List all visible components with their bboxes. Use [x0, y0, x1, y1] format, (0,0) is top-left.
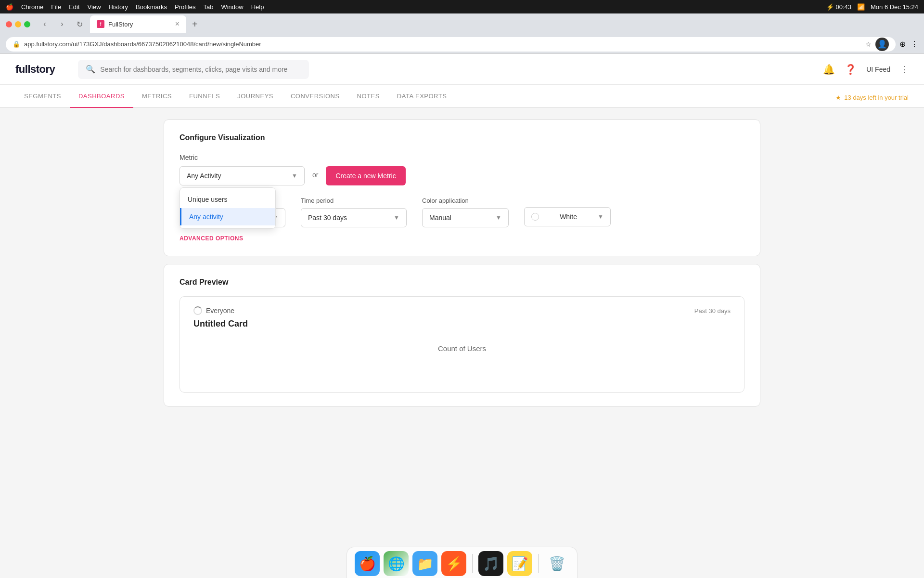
address-bar-right-icons: ⊕ ⋮	[899, 39, 918, 49]
dock-separator-2	[538, 554, 539, 573]
extensions-icon[interactable]: ⊕	[899, 39, 906, 49]
metric-select-chevron-icon: ▼	[292, 172, 297, 179]
nav-journeys[interactable]: JOURNEYS	[229, 85, 282, 108]
menu-help[interactable]: Help	[251, 3, 264, 11]
app-navigation: SEGMENTS DASHBOARDS METRICS FUNNELS JOUR…	[0, 85, 924, 108]
dock-finder-icon[interactable]: 🍎	[355, 551, 380, 576]
time-period-chevron-icon: ▼	[394, 214, 399, 221]
more-options-icon[interactable]: ⋮	[911, 39, 918, 49]
address-bar[interactable]: 🔒 app.fullstory.com/ui/173GXJ/dashboards…	[6, 37, 896, 52]
metric-select[interactable]: Any Activity ▼	[180, 166, 305, 185]
menu-bookmarks[interactable]: Bookmarks	[136, 3, 167, 11]
notifications-icon[interactable]: 🔔	[823, 64, 835, 75]
minimize-window-button[interactable]	[15, 21, 21, 27]
menu-history[interactable]: History	[109, 3, 128, 11]
dock-files-icon[interactable]: 📁	[412, 551, 437, 576]
menu-tab[interactable]: Tab	[203, 3, 213, 11]
refresh-button[interactable]: ↻	[73, 17, 86, 31]
apple-icon[interactable]: 🍎	[6, 3, 13, 11]
trial-badge: ★ 13 days left in your trial	[835, 94, 909, 107]
preview-segment: Everyone	[193, 306, 234, 315]
color-chevron-icon: ▼	[496, 214, 501, 221]
ui-feed-button[interactable]: UI Feed	[866, 66, 890, 73]
new-tab-button[interactable]: +	[192, 19, 198, 30]
nav-metrics[interactable]: METRICS	[133, 85, 180, 108]
time-period-label: Time period	[301, 197, 407, 204]
back-button[interactable]: ‹	[38, 17, 51, 31]
metric-field-label: Metric	[180, 154, 744, 161]
color-application-select[interactable]: Manual ▼	[422, 208, 509, 227]
loading-spinner	[193, 306, 202, 315]
menu-window[interactable]: Window	[221, 3, 243, 11]
nav-conversions[interactable]: CONVERSIONS	[282, 85, 348, 108]
help-icon[interactable]: ❓	[845, 64, 857, 75]
address-text[interactable]: app.fullstory.com/ui/173GXJ/dashboards/6…	[24, 40, 261, 48]
nav-dashboards[interactable]: DASHBOARDS	[70, 85, 133, 108]
bookmark-icon[interactable]: ☆	[865, 40, 872, 48]
search-input[interactable]	[100, 66, 301, 73]
dropdown-item-any-activity[interactable]: Any activity	[180, 208, 275, 225]
browser-tab[interactable]: f FullStory ×	[90, 15, 186, 33]
time-period-select[interactable]: Past 30 days ▼	[301, 208, 407, 227]
preview-date: Past 30 days	[694, 307, 731, 315]
mac-os-bar: 🍎 Chrome File Edit View History Bookmark…	[0, 0, 924, 13]
maximize-window-button[interactable]	[24, 21, 30, 27]
color-swatch-select[interactable]: White ▼	[524, 207, 611, 226]
color-swatch-group: White ▼	[524, 207, 611, 226]
dropdown-item-unique-users[interactable]: Unique users	[180, 191, 275, 208]
nav-data-exports[interactable]: DATA EXPORTS	[388, 85, 456, 108]
close-window-button[interactable]	[6, 21, 12, 27]
battery-icon: ⚡ 00:43	[826, 3, 851, 11]
menu-chrome[interactable]: Chrome	[21, 3, 43, 11]
nav-funnels[interactable]: FUNNELS	[180, 85, 229, 108]
menu-edit[interactable]: Edit	[69, 3, 79, 11]
time-period-value: Past 30 days	[308, 214, 347, 222]
lock-icon: 🔒	[13, 40, 20, 48]
card-preview-title: Card Preview	[180, 278, 744, 287]
incognito-icon: 👤	[875, 38, 889, 51]
chrome-tab-bar: ‹ › ↻ f FullStory × +	[0, 13, 924, 35]
metric-select-wrap: Any Activity ▼ Unique users Any activity	[180, 166, 305, 185]
close-tab-button[interactable]: ×	[175, 20, 180, 28]
dock-chrome-icon[interactable]: 🌐	[384, 551, 409, 576]
time-period-group: Time period Past 30 days ▼	[301, 197, 407, 227]
advanced-options-link[interactable]: ADVANCED OPTIONS	[180, 235, 243, 242]
main-content: Configure Visualization Metric Any Activ…	[144, 108, 780, 418]
create-metric-button[interactable]: Create a new Metric	[326, 166, 405, 185]
app-header: fullstory 🔍 🔔 ❓ UI Feed ⋮	[0, 54, 924, 85]
tab-favicon: f	[97, 20, 104, 28]
dock-trash-icon[interactable]: 🗑️	[544, 551, 569, 576]
mac-menu-bar: 🍎 Chrome File Edit View History Bookmark…	[6, 3, 264, 11]
window-controls[interactable]	[6, 21, 30, 27]
dock-energy-icon[interactable]: ⚡	[441, 551, 466, 576]
star-icon: ★	[835, 94, 841, 101]
card-preview-section: Card Preview Everyone Past 30 days Untit…	[164, 264, 760, 407]
tab-title: FullStory	[108, 21, 133, 28]
menu-profiles[interactable]: Profiles	[175, 3, 195, 11]
ui-feed-label: UI Feed	[866, 66, 890, 73]
logo: fullstory	[15, 63, 55, 76]
preview-card-header: Everyone Past 30 days	[193, 306, 731, 315]
color-application-value: Manual	[429, 214, 451, 222]
clock: Mon 6 Dec 15:24	[871, 3, 918, 11]
nav-segments[interactable]: SEGMENTS	[15, 85, 70, 108]
menu-view[interactable]: View	[88, 3, 101, 11]
forward-button[interactable]: ›	[55, 17, 69, 31]
color-swatch-chevron-icon: ▼	[598, 213, 603, 220]
dock-separator	[472, 554, 473, 573]
color-group: Color application Manual ▼	[422, 197, 509, 227]
menu-file[interactable]: File	[51, 3, 61, 11]
search-icon: 🔍	[86, 65, 95, 74]
dock-music-icon[interactable]: 🎵	[478, 551, 503, 576]
configure-section-title: Configure Visualization	[180, 133, 744, 142]
address-bar-icons: ☆ 👤	[865, 38, 889, 51]
configure-visualization-section: Configure Visualization Metric Any Activ…	[164, 119, 760, 256]
preview-segment-label: Everyone	[206, 307, 234, 315]
more-options-button[interactable]: ⋮	[900, 64, 909, 75]
metric-select-value: Any Activity	[187, 172, 221, 180]
color-label: Color application	[422, 197, 509, 204]
dock-notes-icon[interactable]: 📝	[507, 551, 532, 576]
metric-row: Any Activity ▼ Unique users Any activity…	[180, 166, 744, 185]
search-bar[interactable]: 🔍	[78, 60, 309, 79]
nav-notes[interactable]: NOTES	[348, 85, 388, 108]
